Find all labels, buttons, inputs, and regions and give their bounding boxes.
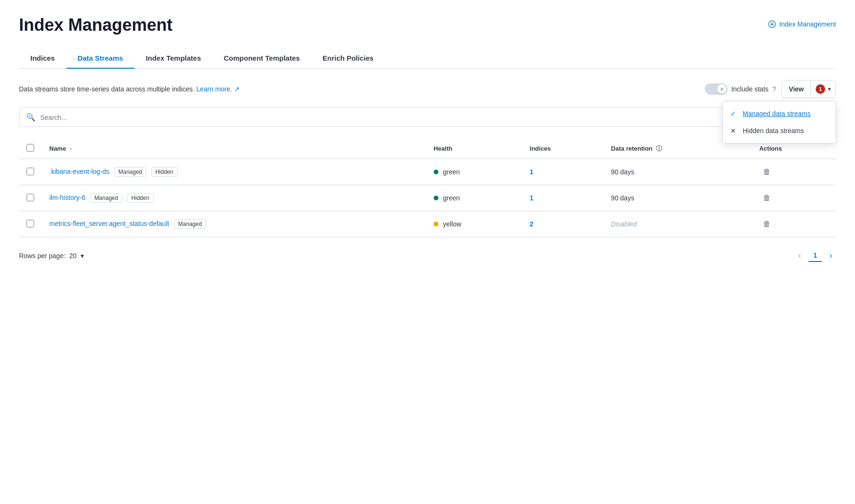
- col-header-indices: Indices: [522, 138, 604, 159]
- health-dot-yellow-3: [434, 222, 438, 226]
- rows-per-page-control[interactable]: Rows per page: 20 ▾: [19, 252, 84, 260]
- row-2-actions-cell: 🗑: [752, 185, 836, 211]
- dropdown-item-hidden[interactable]: ✕ Hidden data streams: [723, 122, 836, 139]
- row-checkbox-cell-3: [19, 211, 42, 237]
- view-button[interactable]: View 1 ▾: [782, 80, 836, 98]
- row-1-name-link[interactable]: .kibana-event-log-ds: [49, 168, 109, 175]
- tab-bar: Indices Data Streams Index Templates Com…: [19, 48, 836, 69]
- toolbar: Data streams store time-series data acro…: [19, 80, 836, 98]
- col-header-name[interactable]: Name ↑: [42, 138, 426, 159]
- current-page-indicator[interactable]: 1: [809, 250, 822, 262]
- row-1-tag-managed: Managed: [114, 167, 146, 177]
- include-stats-help-icon[interactable]: ?: [773, 85, 776, 93]
- row-1-indices-cell: 1: [522, 159, 604, 185]
- tab-data-streams[interactable]: Data Streams: [66, 48, 135, 69]
- row-1-actions-cell: 🗑: [752, 159, 836, 185]
- table-row: ilm-history-6 Managed Hidden green 1 90 …: [19, 185, 836, 211]
- row-3-health-text: yellow: [443, 220, 462, 228]
- row-3-name-cell: metrics-fleet_server.agent_status-defaul…: [42, 211, 426, 237]
- tab-enrich-policies[interactable]: Enrich Policies: [311, 48, 385, 69]
- row-2-retention-cell: 90 days: [603, 185, 752, 211]
- include-stats-toggle[interactable]: ✕: [705, 83, 728, 95]
- tab-indices[interactable]: Indices: [19, 48, 66, 69]
- row-3-health-cell: yellow: [426, 211, 522, 237]
- table-row: .kibana-event-log-ds Managed Hidden gree…: [19, 159, 836, 185]
- row-2-checkbox[interactable]: [27, 194, 34, 201]
- row-1-health-text: green: [443, 168, 460, 176]
- table-header-row: Name ↑ Health Indices Data retention ⓘ A…: [19, 138, 836, 159]
- row-3-retention-cell: Disabled: [603, 211, 752, 237]
- toggle-knob: ✕: [717, 84, 727, 94]
- row-checkbox-cell-1: [19, 159, 42, 185]
- row-2-name-cell: ilm-history-6 Managed Hidden: [42, 185, 426, 211]
- row-3-retention-disabled: Disabled: [611, 220, 637, 228]
- row-1-health-cell: green: [426, 159, 522, 185]
- hidden-streams-label: Hidden data streams: [743, 127, 804, 135]
- managed-streams-link[interactable]: Managed data streams: [743, 110, 810, 117]
- page-controls: ‹ 1 ›: [794, 249, 836, 262]
- view-count-badge: 1: [816, 84, 825, 94]
- row-3-tag-managed: Managed: [174, 219, 206, 229]
- x-icon: ✕: [730, 127, 738, 135]
- toolbar-description: Data streams store time-series data acro…: [19, 84, 240, 94]
- view-badge-area: 1 ▾: [811, 81, 836, 98]
- chevron-down-icon: ▾: [828, 86, 831, 92]
- row-2-indices-link[interactable]: 1: [530, 194, 534, 202]
- view-label: View: [782, 81, 811, 97]
- row-2-name-link[interactable]: ilm-history-6: [49, 194, 85, 201]
- checkmark-icon: ✓: [730, 110, 738, 117]
- health-dot-green-2: [434, 196, 438, 200]
- learn-more-link[interactable]: Learn more. ↗: [196, 85, 239, 93]
- table-row: metrics-fleet_server.agent_status-defaul…: [19, 211, 836, 237]
- row-2-health-cell: green: [426, 185, 522, 211]
- view-dropdown-menu: ✓ Managed data streams ✕ Hidden data str…: [722, 101, 836, 144]
- search-input[interactable]: [40, 114, 829, 121]
- include-stats-label: Include stats: [731, 85, 769, 93]
- data-streams-table: Name ↑ Health Indices Data retention ⓘ A…: [19, 138, 836, 237]
- include-stats-control: ✕ Include stats ?: [705, 83, 776, 95]
- next-page-button[interactable]: ›: [826, 249, 836, 262]
- health-dot-green-1: [434, 170, 438, 174]
- pagination-bar: Rows per page: 20 ▾ ‹ 1 ›: [19, 241, 836, 270]
- toolbar-right: ✕ Include stats ? View 1 ▾ ✓ Manag: [705, 80, 836, 98]
- row-3-indices-link[interactable]: 2: [530, 220, 534, 228]
- row-2-indices-cell: 1: [522, 185, 604, 211]
- row-1-indices-link[interactable]: 1: [530, 168, 534, 176]
- row-3-checkbox[interactable]: [27, 220, 34, 227]
- search-bar: 🔍: [19, 108, 836, 127]
- rows-per-page-label: Rows per page:: [19, 252, 65, 260]
- view-dropdown-wrapper: View 1 ▾ ✓ Managed data streams ✕ Hidden…: [782, 80, 836, 98]
- data-retention-help-icon[interactable]: ⓘ: [656, 145, 662, 152]
- select-all-header: [19, 138, 42, 159]
- row-1-name-cell: .kibana-event-log-ds Managed Hidden: [42, 159, 426, 185]
- index-management-icon: [768, 20, 776, 28]
- description-text: Data streams store time-series data acro…: [19, 85, 194, 93]
- tab-component-templates[interactable]: Component Templates: [212, 48, 311, 69]
- col-header-health: Health: [426, 138, 522, 159]
- rows-per-page-chevron-icon: ▾: [81, 252, 84, 260]
- row-3-delete-button[interactable]: 🗑: [759, 218, 774, 230]
- breadcrumb-link[interactable]: Index Management: [768, 20, 836, 28]
- row-2-health-text: green: [443, 194, 460, 202]
- select-all-checkbox[interactable]: [27, 144, 34, 152]
- tab-index-templates[interactable]: Index Templates: [135, 48, 212, 69]
- rows-per-page-value: 20: [69, 252, 77, 260]
- row-2-tag-managed: Managed: [90, 193, 122, 203]
- row-1-tag-hidden: Hidden: [151, 167, 178, 177]
- prev-page-button[interactable]: ‹: [794, 249, 805, 262]
- row-2-delete-button[interactable]: 🗑: [759, 192, 774, 204]
- row-2-tag-hidden: Hidden: [127, 193, 154, 203]
- search-icon: 🔍: [26, 113, 36, 122]
- row-3-indices-cell: 2: [522, 211, 604, 237]
- page-title: Index Management: [19, 15, 173, 35]
- sort-arrow-name: ↑: [70, 146, 73, 152]
- row-3-name-link[interactable]: metrics-fleet_server.agent_status-defaul…: [49, 220, 169, 227]
- row-1-checkbox[interactable]: [27, 168, 34, 175]
- row-1-retention-cell: 90 days: [603, 159, 752, 185]
- row-1-delete-button[interactable]: 🗑: [759, 166, 774, 178]
- row-3-actions-cell: 🗑: [752, 211, 836, 237]
- dropdown-item-managed[interactable]: ✓ Managed data streams: [723, 105, 836, 122]
- breadcrumb-text: Index Management: [779, 20, 836, 28]
- row-checkbox-cell-2: [19, 185, 42, 211]
